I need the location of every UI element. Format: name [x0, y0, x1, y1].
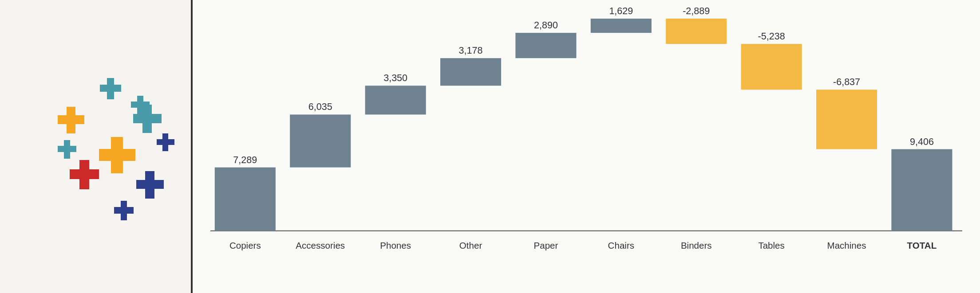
- bar-machines: [816, 90, 877, 149]
- label-binders-value: -2,889: [683, 5, 710, 16]
- label-machines-value: -6,837: [833, 76, 860, 87]
- logo-grid: [33, 71, 158, 222]
- bar-chairs: [591, 19, 652, 33]
- bar-other: [440, 58, 501, 86]
- label-chairs: Chairs: [608, 240, 634, 250]
- bar-binders: [666, 19, 727, 44]
- chart-panel: 7,289 Copiers 6,035 Accessories 3,350 Ph…: [193, 0, 980, 293]
- label-total-value: 9,406: [910, 136, 934, 147]
- chart-svg: 7,289 Copiers 6,035 Accessories 3,350 Ph…: [210, 9, 962, 266]
- label-machines: Machines: [827, 240, 866, 250]
- logo-panel: [0, 0, 191, 293]
- label-chairs-value: 1,629: [609, 5, 633, 16]
- bar-phones: [365, 86, 426, 114]
- label-other: Other: [459, 240, 482, 250]
- label-paper-value: 2,890: [534, 20, 558, 31]
- bar-paper: [515, 33, 576, 58]
- bar-copiers: [215, 168, 276, 231]
- label-copiers-value: 7,289: [233, 154, 257, 165]
- label-paper: Paper: [534, 240, 558, 250]
- label-binders: Binders: [681, 240, 712, 250]
- label-tables: Tables: [758, 240, 784, 250]
- label-phones-value: 3,350: [383, 72, 407, 83]
- label-tables-value: -5,238: [758, 31, 785, 42]
- label-other-value: 3,178: [459, 45, 483, 56]
- chart-area: 7,289 Copiers 6,035 Accessories 3,350 Ph…: [210, 9, 962, 266]
- label-copiers: Copiers: [229, 240, 261, 250]
- bar-accessories: [290, 114, 351, 167]
- bar-total: [891, 149, 952, 231]
- label-phones: Phones: [380, 240, 411, 250]
- label-accessories-value: 6,035: [308, 101, 332, 112]
- label-accessories: Accessories: [296, 240, 345, 250]
- bar-tables: [741, 44, 802, 90]
- label-total: TOTAL: [907, 240, 937, 250]
